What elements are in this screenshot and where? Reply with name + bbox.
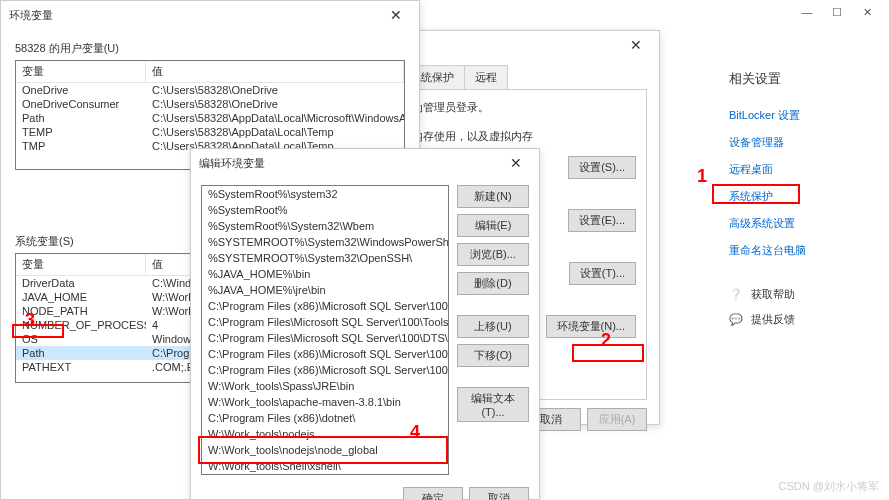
feedback-icon: 💬 — [729, 313, 743, 327]
list-item[interactable]: C:\Program Files (x86)\Microsoft SQL Ser… — [202, 298, 448, 314]
apply-button[interactable]: 应用(A) — [587, 408, 647, 431]
list-item[interactable]: C:\Program Files\Microsoft SQL Server\10… — [202, 330, 448, 346]
close-icon[interactable]: ✕ — [501, 155, 531, 171]
list-item[interactable]: C:\Program Files (x86)\Microsoft SQL Ser… — [202, 362, 448, 378]
get-help-label: 获取帮助 — [751, 287, 795, 302]
list-item[interactable]: %SystemRoot%\System32\Wbem — [202, 218, 448, 234]
edit-path-dialog: 编辑环境变量 ✕ %SystemRoot%\system32%SystemRoo… — [190, 148, 540, 500]
link-system-protection[interactable]: 系统保护 — [729, 183, 869, 210]
list-item[interactable]: %SystemRoot% — [202, 202, 448, 218]
list-item[interactable]: W:\Work_tools\apache-maven-3.8.1\bin — [202, 394, 448, 410]
link-bitlocker[interactable]: BitLocker 设置 — [729, 102, 869, 129]
maximize-button[interactable]: ☐ — [831, 6, 843, 19]
list-item[interactable]: W:\Work_tools\Shell\xshell\ — [202, 458, 448, 474]
annotation-1: 1 — [697, 166, 707, 187]
tab-remote[interactable]: 远程 — [464, 65, 508, 89]
table-row[interactable]: TEMPC:\Users\58328\AppData\Local\Temp — [16, 125, 404, 139]
list-item[interactable]: W:\Work_tools\Spass\JRE\bin — [202, 378, 448, 394]
settings-t-button[interactable]: 设置(T)... — [569, 262, 636, 285]
minimize-button[interactable]: — — [801, 6, 813, 19]
list-item[interactable]: W:\Work_tools\nodejs — [202, 426, 448, 442]
link-device-manager[interactable]: 设备管理器 — [729, 129, 869, 156]
list-item[interactable]: C:\Program Files\Microsoft SQL Server\10… — [202, 314, 448, 330]
list-item[interactable]: C:\Program Files (x86)\Microsoft SQL Ser… — [202, 346, 448, 362]
user-vars-label: 58328 的用户变量(U) — [15, 41, 405, 56]
feedback-link[interactable]: 💬 提供反馈 — [729, 307, 869, 332]
cancel-button[interactable]: 取消 — [469, 487, 529, 500]
table-row[interactable]: OneDriveC:\Users\58328\OneDrive — [16, 83, 404, 97]
dialog-title: 环境变量 — [9, 8, 53, 23]
col-variable: 变量 — [16, 254, 146, 275]
link-advanced-system[interactable]: 高级系统设置 — [729, 210, 869, 237]
settings-e-button[interactable]: 设置(E)... — [568, 209, 636, 232]
feedback-label: 提供反馈 — [751, 312, 795, 327]
related-settings-header: 相关设置 — [729, 70, 869, 88]
list-item[interactable]: %SYSTEMROOT%\System32\WindowsPowerShell\… — [202, 234, 448, 250]
delete-button[interactable]: 删除(D) — [457, 272, 529, 295]
new-button[interactable]: 新建(N) — [457, 185, 529, 208]
close-icon[interactable]: ✕ — [381, 7, 411, 23]
browse-button[interactable]: 浏览(B)... — [457, 243, 529, 266]
path-list[interactable]: %SystemRoot%\system32%SystemRoot%%System… — [201, 185, 449, 475]
watermark: CSDN @刘水小将军 — [779, 479, 879, 494]
link-rename-pc[interactable]: 重命名这台电脑 — [729, 237, 869, 264]
close-icon[interactable]: ✕ — [621, 37, 651, 53]
col-variable: 变量 — [16, 61, 146, 82]
table-row[interactable]: PathC:\Users\58328\AppData\Local\Microso… — [16, 111, 404, 125]
col-value: 值 — [146, 61, 404, 82]
get-help-link[interactable]: ❔ 获取帮助 — [729, 282, 869, 307]
list-item[interactable]: W:\Work_tools\nodejs\node_global — [202, 442, 448, 458]
list-item[interactable]: C:\Program Files (x86)\NetSarang\Xftp 7\ — [202, 474, 448, 475]
close-button[interactable]: ✕ — [861, 6, 873, 19]
list-item[interactable]: %SystemRoot%\system32 — [202, 186, 448, 202]
edit-button[interactable]: 编辑(E) — [457, 214, 529, 237]
table-row[interactable]: OneDriveConsumerC:\Users\58328\OneDrive — [16, 97, 404, 111]
list-item[interactable]: C:\Program Files (x86)\dotnet\ — [202, 410, 448, 426]
list-item[interactable]: %SYSTEMROOT%\System32\OpenSSH\ — [202, 250, 448, 266]
link-remote-desktop[interactable]: 远程桌面 — [729, 156, 869, 183]
ok-button[interactable]: 确定 — [403, 487, 463, 500]
settings-s-button[interactable]: 设置(S)... — [568, 156, 636, 179]
movedown-button[interactable]: 下移(O) — [457, 344, 529, 367]
list-item[interactable]: %JAVA_HOME%\jre\bin — [202, 282, 448, 298]
help-icon: ❔ — [729, 288, 743, 302]
env-var-button[interactable]: 环境变量(N)... — [546, 315, 636, 338]
dialog-title: 编辑环境变量 — [199, 156, 265, 171]
edittext-button[interactable]: 编辑文本(T)... — [457, 387, 529, 422]
moveup-button[interactable]: 上移(U) — [457, 315, 529, 338]
list-item[interactable]: %JAVA_HOME%\bin — [202, 266, 448, 282]
